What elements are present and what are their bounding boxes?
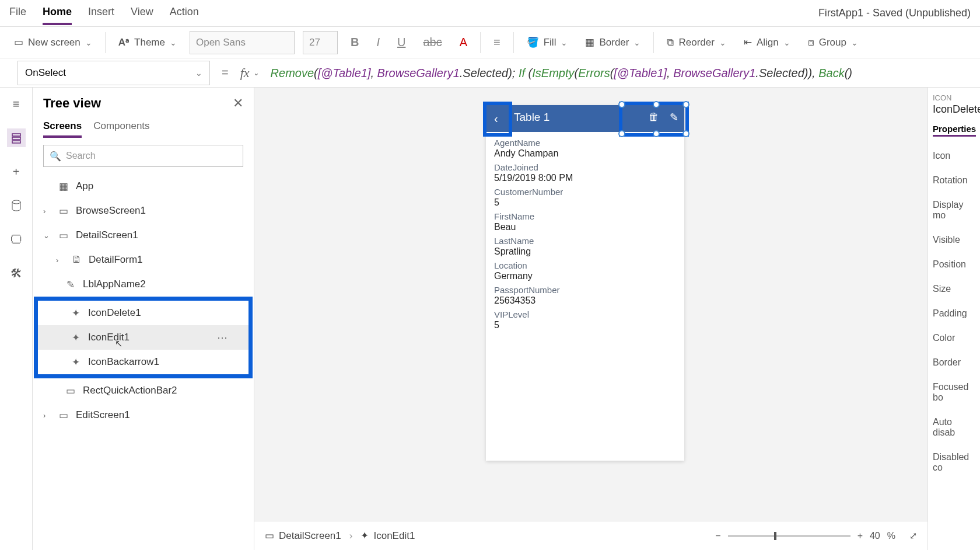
group-button[interactable]: ⧈ Group (803, 34, 863, 51)
tab-insert[interactable]: Insert (88, 1, 114, 25)
formula-input[interactable]: Remove([@Table1], BrowseGallery1.Selecte… (265, 66, 980, 80)
field-value: Germany (494, 271, 676, 281)
ribbon: ▭ New screen Aᵃ Theme B I U abc A ≡ 🪣 Fi… (0, 27, 980, 58)
tab-view[interactable]: View (131, 1, 153, 25)
fill-button[interactable]: 🪣 Fill (522, 34, 573, 51)
tree-item-rectquickaction[interactable]: ▭ RectQuickActionBar2 (33, 378, 254, 403)
insert-button[interactable]: + (7, 162, 26, 181)
tree-item-label: App (76, 180, 93, 192)
tree-item-app[interactable]: ▦ App (33, 174, 254, 199)
zoom-in-button[interactable]: + (858, 531, 863, 541)
font-name-input[interactable] (190, 31, 295, 54)
tree-item-label: IconDelete1 (88, 307, 141, 319)
zoom-slider[interactable] (728, 535, 850, 537)
chevron-down-icon (195, 67, 202, 79)
tree-item-iconbackarrow[interactable]: ✦ IconBackarrow1 (38, 350, 249, 374)
tree-view-button[interactable] (7, 128, 26, 147)
field-value: 5/19/2019 8:00 PM (494, 173, 676, 183)
fullscreen-icon[interactable]: ⤢ (909, 530, 917, 541)
property-row[interactable]: Position (933, 259, 975, 270)
search-icon: 🔍 (50, 151, 61, 162)
align-label: Align (757, 37, 779, 48)
chevron-down-icon (783, 37, 790, 48)
group-label: Group (819, 37, 846, 48)
more-icon[interactable]: ⋯ (217, 331, 228, 344)
property-row[interactable]: Disabled co (933, 452, 975, 473)
screen-icon: ▭ (57, 229, 70, 242)
align-text-button[interactable]: ≡ (489, 33, 505, 51)
property-row[interactable]: Focused bo (933, 382, 975, 403)
tree-item-editscreen[interactable]: › ▭ EditScreen1 (33, 403, 254, 427)
new-screen-label: New screen (28, 37, 80, 48)
chevron-down-icon (719, 37, 726, 48)
property-row[interactable]: Color (933, 333, 975, 343)
property-select[interactable]: OnSelect (18, 61, 210, 85)
underline-button[interactable]: U (393, 33, 410, 51)
tree-item-icondelete[interactable]: ✦ IconDelete1 (38, 301, 249, 325)
theme-button[interactable]: Aᵃ Theme (114, 34, 181, 51)
bold-button[interactable]: B (346, 33, 363, 51)
strike-button[interactable]: abc (418, 33, 446, 51)
tree-item-detailform[interactable]: › 🗎 DetailForm1 (33, 248, 254, 272)
tab-components[interactable]: Components (93, 117, 149, 138)
advanced-button[interactable]: 🛠 (7, 264, 26, 283)
field-label: Location (494, 260, 676, 270)
italic-button[interactable]: I (372, 33, 384, 51)
icon-control-icon: ✦ (360, 530, 369, 542)
field-value: 25634353 (494, 295, 676, 306)
tree-item-lblappname[interactable]: ✎ LblAppName2 (33, 272, 254, 297)
font-color-button[interactable]: A (455, 33, 472, 51)
fx-button[interactable]: fx ⌄ (235, 65, 265, 81)
chevron-down-icon (85, 37, 92, 48)
tree-item-browsescreen[interactable]: › ▭ BrowseScreen1 (33, 199, 254, 223)
bucket-icon: 🪣 (527, 36, 539, 48)
field-value: Andy Champan (494, 148, 676, 159)
detail-field: PassportNumber 25634353 (494, 285, 676, 306)
tree-item-label: BrowseScreen1 (76, 205, 146, 217)
property-row[interactable]: Visible (933, 235, 975, 245)
breadcrumb[interactable]: ▭ DetailScreen1 › ✦ IconEdit1 (265, 530, 415, 542)
property-row[interactable]: Auto disab (933, 417, 975, 438)
detail-field: DateJoined 5/19/2019 8:00 PM (494, 162, 676, 183)
tab-file[interactable]: File (9, 1, 26, 25)
control-kind: ICON (933, 93, 975, 102)
screen-icon: ▭ (57, 204, 70, 217)
new-screen-button[interactable]: ▭ New screen (9, 34, 97, 51)
detail-field: AgentName Andy Champan (494, 138, 676, 159)
property-row[interactable]: Border (933, 357, 975, 368)
tab-screens[interactable]: Screens (43, 117, 82, 138)
field-value: 5 (494, 197, 676, 208)
chevron-down-icon (851, 37, 858, 48)
tab-home[interactable]: Home (43, 1, 72, 25)
app-preview[interactable]: ‹ Table 1 🗑 ✎ AgentName Andy Champan Dat… (486, 105, 684, 461)
zoom-out-button[interactable]: − (715, 531, 720, 541)
field-value: 5 (494, 320, 676, 330)
tree-item-label: LblAppName2 (83, 279, 146, 290)
cursor-icon: ↖ (115, 338, 123, 349)
align-button[interactable]: ⇤ Align (739, 34, 795, 51)
close-icon[interactable]: ✕ (233, 96, 243, 111)
font-size-input[interactable] (303, 31, 338, 54)
property-row[interactable]: Padding (933, 308, 975, 319)
tree-item-iconedit[interactable]: ✦ IconEdit1 ⋯ ↖ (38, 325, 249, 350)
property-row[interactable]: Icon (933, 151, 975, 161)
equals-label: = (216, 66, 235, 79)
app-icon: ▦ (57, 180, 70, 193)
tree-item-label: RectQuickActionBar2 (83, 385, 177, 396)
reorder-button[interactable]: ⧉ Reorder (662, 34, 730, 51)
tree-item-label: DetailScreen1 (76, 229, 138, 241)
canvas[interactable]: ‹ Table 1 🗑 ✎ AgentName Andy Champan Dat… (254, 88, 928, 550)
property-row[interactable]: Display mo (933, 200, 975, 221)
property-row[interactable]: Rotation (933, 175, 975, 186)
tab-action[interactable]: Action (170, 1, 199, 25)
border-button[interactable]: ▦ Border (580, 34, 645, 51)
tree-search-input[interactable]: 🔍 Search (43, 145, 243, 167)
properties-tab[interactable]: Properties (933, 124, 976, 137)
data-button[interactable] (7, 196, 26, 215)
tree-item-detailscreen[interactable]: ⌄ ▭ DetailScreen1 (33, 223, 254, 248)
property-row[interactable]: Size (933, 284, 975, 294)
preview-title: Table 1 (514, 111, 550, 124)
hamburger-button[interactable]: ≡ (7, 95, 26, 113)
media-button[interactable]: 🖵 (7, 230, 26, 249)
tree-item-label: DetailForm1 (89, 254, 143, 266)
